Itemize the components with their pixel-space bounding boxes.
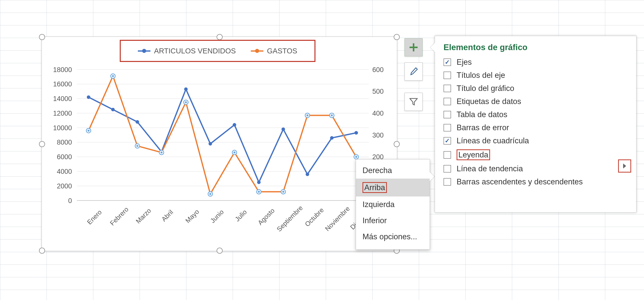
svg-point-35: [112, 75, 114, 77]
y-tick: 8000: [49, 139, 72, 146]
resize-handle[interactable]: [39, 248, 45, 254]
panel-item-tendencia[interactable]: Línea de tendencia: [435, 162, 636, 175]
panel-item-barras-asc-desc[interactable]: Barras ascendentes y descendentes: [435, 175, 636, 188]
y-tick: 2000: [49, 182, 72, 190]
svg-point-40: [233, 151, 235, 153]
funnel-icon: [408, 96, 419, 107]
y-tick: 18000: [49, 66, 72, 74]
panel-item-leyenda[interactable]: Leyenda: [435, 147, 636, 162]
resize-handle[interactable]: [39, 34, 45, 40]
resize-handle[interactable]: [217, 248, 223, 254]
checkbox-icon[interactable]: [444, 165, 451, 173]
svg-point-42: [282, 191, 284, 193]
panel-item-etiquetas-datos[interactable]: Etiquetas de datos: [435, 95, 636, 108]
panel-item-barras-error[interactable]: Barras de error: [435, 121, 636, 134]
panel-item-label: Título del gráfico: [457, 84, 514, 93]
panel-item-label: Etiquetas de datos: [457, 97, 521, 106]
legend-label: GASTOS: [267, 47, 297, 55]
panel-item-label: Barras de error: [457, 123, 509, 132]
brush-icon: [408, 66, 419, 77]
series-articulos[interactable]: [89, 89, 356, 182]
svg-point-34: [88, 130, 90, 132]
y2-tick: 500: [372, 88, 390, 95]
panel-item-ejes[interactable]: Ejes: [435, 56, 636, 69]
checkbox-icon[interactable]: [444, 98, 451, 105]
submenu-item-derecha[interactable]: Derecha: [356, 162, 430, 179]
submenu-item-label: Izquierda: [363, 200, 395, 209]
submenu-item-label: Arriba: [363, 182, 387, 193]
submenu-item-izquierda[interactable]: Izquierda: [356, 196, 430, 213]
series-marker-icon: [251, 50, 263, 52]
checkbox-icon[interactable]: [444, 58, 451, 66]
panel-item-tabla-datos[interactable]: Tabla de datos: [435, 108, 636, 121]
submenu-item-label: Derecha: [363, 166, 392, 175]
svg-point-37: [160, 151, 163, 153]
svg-point-15: [209, 142, 212, 146]
legend-item-articulos[interactable]: ARTICULOS VENDIDOS: [138, 47, 236, 55]
checkbox-icon[interactable]: [444, 151, 451, 159]
panel-item-titulos-eje[interactable]: Títulos del eje: [435, 69, 636, 82]
panel-item-label: Línea de tendencia: [457, 164, 523, 173]
panel-item-label: Títulos del eje: [457, 71, 505, 80]
y-tick: 16000: [49, 80, 72, 88]
legend-label: ARTICULOS VENDIDOS: [154, 47, 236, 55]
panel-item-label: Leyenda: [457, 149, 490, 160]
plot-area[interactable]: 0 2000 4000 6000 8000 10000 12000 14000 …: [47, 64, 392, 241]
submenu-item-mas-opciones[interactable]: Más opciones...: [356, 229, 430, 245]
svg-point-18: [281, 127, 285, 131]
svg-point-16: [233, 123, 236, 127]
panel-item-titulo-grafico[interactable]: Título del gráfico: [435, 82, 636, 95]
svg-point-11: [111, 108, 115, 111]
legend-position-submenu[interactable]: Derecha Arriba Izquierda Inferior Más op…: [356, 159, 430, 250]
panel-item-label: Ejes: [457, 58, 472, 67]
y2-tick: 300: [372, 131, 390, 139]
submenu-item-inferior[interactable]: Inferior: [356, 213, 430, 229]
chart-object[interactable]: ARTICULOS VENDIDOS GASTOS: [42, 37, 397, 251]
y-tick: 0: [49, 197, 72, 205]
checkbox-icon[interactable]: [444, 137, 451, 145]
legend-item-gastos[interactable]: GASTOS: [251, 47, 297, 55]
resize-handle[interactable]: [394, 141, 400, 147]
resize-handle[interactable]: [394, 34, 400, 40]
chart-filters-button[interactable]: [405, 93, 423, 111]
expand-arrow-button[interactable]: [618, 159, 631, 173]
checkbox-icon[interactable]: [444, 124, 451, 131]
submenu-arrow-icon: [430, 172, 434, 181]
panel-item-label: Líneas de cuadrícula: [457, 136, 529, 145]
svg-point-14: [184, 87, 188, 91]
y-tick: 10000: [49, 124, 72, 132]
svg-point-20: [330, 136, 334, 140]
svg-point-21: [354, 131, 358, 135]
checkbox-icon[interactable]: [444, 111, 451, 118]
svg-rect-47: [410, 47, 418, 48]
panel-arrow-icon: [430, 43, 435, 52]
svg-point-17: [257, 181, 261, 184]
y2-tick: 400: [372, 110, 390, 117]
svg-point-44: [331, 114, 333, 116]
chart-styles-button[interactable]: [405, 62, 423, 81]
y-tick: 4000: [49, 168, 72, 176]
checkbox-icon[interactable]: [444, 72, 451, 79]
checkbox-icon[interactable]: [444, 85, 451, 92]
svg-point-36: [136, 145, 138, 147]
svg-point-12: [136, 120, 139, 124]
chart-legend[interactable]: ARTICULOS VENDIDOS GASTOS: [120, 40, 315, 62]
svg-point-38: [185, 101, 187, 103]
svg-point-10: [87, 95, 90, 99]
chart-elements-button[interactable]: [405, 38, 423, 56]
panel-item-cuadricula[interactable]: Líneas de cuadrícula: [435, 134, 636, 147]
submenu-item-label: Inferior: [363, 216, 387, 225]
svg-point-19: [306, 173, 309, 176]
resize-handle[interactable]: [217, 34, 223, 40]
panel-title: Elementos de gráfico: [435, 36, 636, 56]
submenu-item-label: Más opciones...: [363, 232, 417, 241]
resize-handle[interactable]: [39, 141, 45, 147]
checkbox-icon[interactable]: [444, 178, 451, 186]
svg-point-39: [209, 193, 211, 195]
svg-point-45: [355, 156, 357, 158]
submenu-item-arriba[interactable]: Arriba: [356, 179, 430, 196]
panel-item-label: Tabla de datos: [457, 110, 507, 119]
y-tick: 6000: [49, 153, 72, 161]
chart-elements-panel[interactable]: Elementos de gráfico Ejes Títulos del ej…: [435, 36, 636, 213]
svg-point-41: [258, 191, 260, 193]
